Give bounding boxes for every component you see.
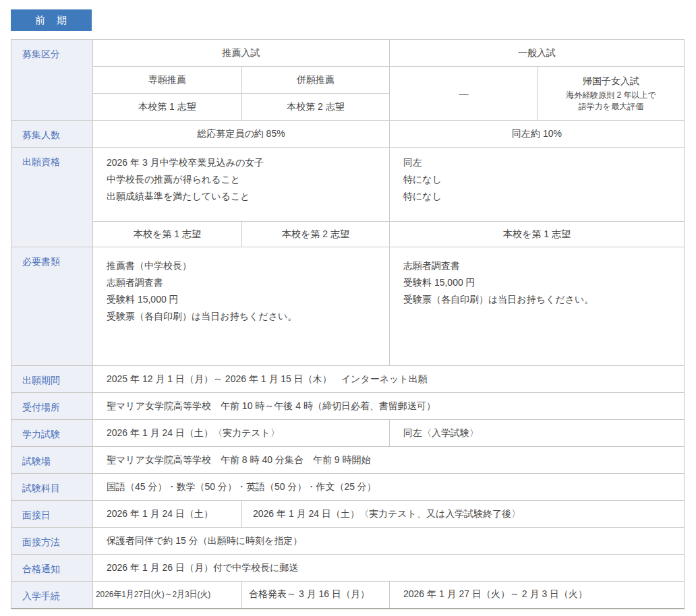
cell-enrollment-heigan: 合格発表～ 3 月 16 日（月） xyxy=(242,582,390,609)
documents-line: 受験票（各自印刷）は当日お持ちください。 xyxy=(403,291,684,308)
cell-capacity-recommended: 総応募定員の約 85% xyxy=(93,121,390,148)
cell-eligibility-general-choice: 本校を第 1 志望 xyxy=(390,222,685,247)
row-label-interview-method: 面接方法 xyxy=(11,528,93,555)
cell-general-none: ― xyxy=(390,67,538,121)
cell-notification: 2026 年 1 月 26 日（月）付で中学校長に郵送 xyxy=(93,555,685,582)
row-label-venue: 試験場 xyxy=(11,447,93,474)
cell-interview-date-sengan: 2026 年 1 月 24 日（土） xyxy=(93,501,242,528)
documents-line: 志願者調査書 xyxy=(107,274,389,291)
cell-enrollment-sengan: 2026年1月27日(火)～2月3日(火) xyxy=(93,582,242,609)
documents-line: 受験料 15,000 円 xyxy=(107,291,389,308)
cell-academic-test-general: 同左〈入学試験〉 xyxy=(390,420,685,447)
row-label-eligibility: 出願資格 xyxy=(11,148,93,247)
cell-eligibility-sengan-choice: 本校を第 1 志望 xyxy=(93,222,242,247)
row-label-application-period: 出願期間 xyxy=(11,366,93,393)
cell-subjects: 国語（45 分）・数学（50 分）・英語（50 分）・作文（25 分） xyxy=(93,474,685,501)
cell-interview-date-others: 2026 年 1 月 24 日（土）〈実力テスト、又は入学試験終了後〉 xyxy=(242,501,685,528)
cell-documents-recommended: 推薦書（中学校長） 志願者調査書 受験料 15,000 円 受験票（各自印刷）は… xyxy=(93,247,390,366)
eligibility-line: 特になし xyxy=(403,188,684,205)
eligibility-line: 出願成績基準を満たしていること xyxy=(107,188,389,205)
documents-line: 受験票（各自印刷）は当日お持ちください。 xyxy=(107,308,389,325)
cell-capacity-general: 同左約 10% xyxy=(390,121,685,148)
cell-recommended-exam-header: 推薦入試 xyxy=(93,40,390,67)
row-label-notification: 合格通知 xyxy=(11,555,93,582)
cell-returnee-exam: 帰国子女入試 海外経験原則 2 年以上で 語学力を最大評価 xyxy=(538,67,685,121)
returnee-exam-note-line2: 語学力を最大評価 xyxy=(538,101,684,113)
term-badge: 前 期 xyxy=(11,9,92,31)
returnee-exam-note-line1: 海外経験原則 2 年以上で xyxy=(538,90,684,101)
row-label-reception: 受付場所 xyxy=(11,393,93,420)
cell-eligibility-general: 同左 特になし 特になし xyxy=(390,148,685,222)
cell-reception: 聖マリア女学院高等学校 午前 10 時～午後 4 時（締切日必着、書留郵送可） xyxy=(93,393,685,420)
row-label-enrollment: 入学手続 xyxy=(11,582,93,609)
eligibility-line: 特になし xyxy=(403,171,684,188)
row-label-recruitment: 募集区分 xyxy=(11,40,93,121)
enrollment-sengan-text: 2026年1月27日(火)～2月3日(火) xyxy=(96,588,210,600)
eligibility-line: 同左 xyxy=(403,154,684,171)
cell-enrollment-general: 2026 年 1 月 27 日（火）～ 2 月 3 日（火） xyxy=(390,582,685,609)
eligibility-line: 中学校長の推薦が得られること xyxy=(107,171,389,188)
row-label-subjects: 試験科目 xyxy=(11,474,93,501)
cell-documents-general: 志願者調査書 受験料 15,000 円 受験票（各自印刷）は当日お持ちください。 xyxy=(390,247,685,366)
row-label-interview-date: 面接日 xyxy=(11,501,93,528)
cell-heigan-type: 併願推薦 xyxy=(242,67,390,94)
cell-academic-test-recommended: 2026 年 1 月 24 日（土）〈実力テスト〉 xyxy=(93,420,390,447)
row-label-documents: 必要書類 xyxy=(11,247,93,366)
documents-line: 受験料 15,000 円 xyxy=(403,274,684,291)
cell-eligibility-recommended: 2026 年 3 月中学校卒業見込みの女子 中学校長の推薦が得られること 出願成… xyxy=(93,148,390,222)
returnee-exam-title: 帰国子女入試 xyxy=(538,74,684,88)
cell-sengan-choice: 本校第 1 志望 xyxy=(93,94,242,121)
documents-line: 志願者調査書 xyxy=(403,257,684,274)
cell-eligibility-heigan-choice: 本校を第 2 志望 xyxy=(242,222,390,247)
row-label-academic-test: 学力試験 xyxy=(11,420,93,447)
cell-application-period: 2025 年 12 月 1 日（月）～ 2026 年 1 月 15 日（木） イ… xyxy=(93,366,685,393)
cell-general-exam-header: 一般入試 xyxy=(390,40,685,67)
admission-table: 募集区分 推薦入試 一般入試 専願推薦 併願推薦 ― 帰国子女入試 海外経験原則… xyxy=(11,39,685,609)
cell-interview-method: 保護者同伴で約 15 分（出願時に時刻を指定） xyxy=(93,528,685,555)
cell-heigan-choice: 本校第 2 志望 xyxy=(242,94,390,121)
documents-line: 推薦書（中学校長） xyxy=(107,257,389,274)
cell-sengan-type: 専願推薦 xyxy=(93,67,242,94)
cell-venue: 聖マリア女学院高等学校 午前 8 時 40 分集合 午前 9 時開始 xyxy=(93,447,685,474)
row-label-capacity: 募集人数 xyxy=(11,121,93,148)
eligibility-line: 2026 年 3 月中学校卒業見込みの女子 xyxy=(107,154,389,171)
